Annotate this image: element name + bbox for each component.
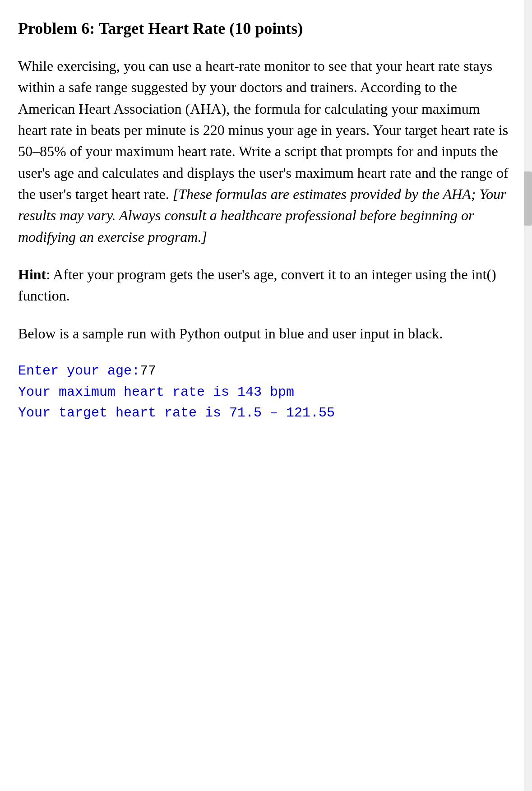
hint-text: : After your program gets the user's age… — [18, 266, 496, 304]
code-line-2: Your maximum heart rate is 143 bpm — [18, 382, 510, 403]
code-line-3: Your target heart rate is 71.5 – 121.55 — [18, 402, 510, 424]
hint-label: Hint — [18, 266, 46, 282]
code-output-block: Enter your age:77 Your maximum heart rat… — [18, 361, 510, 424]
scrollbar-thumb[interactable] — [524, 171, 532, 226]
body-text-main: While exercising, you can use a heart-ra… — [18, 58, 509, 202]
scrollbar[interactable] — [524, 0, 532, 791]
code-output-line-1: Enter your age: — [18, 363, 140, 379]
code-output-line-3: Your target heart rate is 71.5 – 121.55 — [18, 405, 335, 421]
body-paragraph: While exercising, you can use a heart-ra… — [18, 56, 510, 248]
sample-run-intro: Below is a sample run with Python output… — [18, 323, 510, 344]
hint-section: Hint: After your program gets the user's… — [18, 264, 510, 307]
page-title: Problem 6: Target Heart Rate (10 points) — [18, 18, 510, 39]
user-input-1: 77 — [140, 363, 156, 379]
code-output-line-2: Your maximum heart rate is 143 bpm — [18, 384, 294, 400]
code-line-1: Enter your age:77 — [18, 361, 510, 382]
